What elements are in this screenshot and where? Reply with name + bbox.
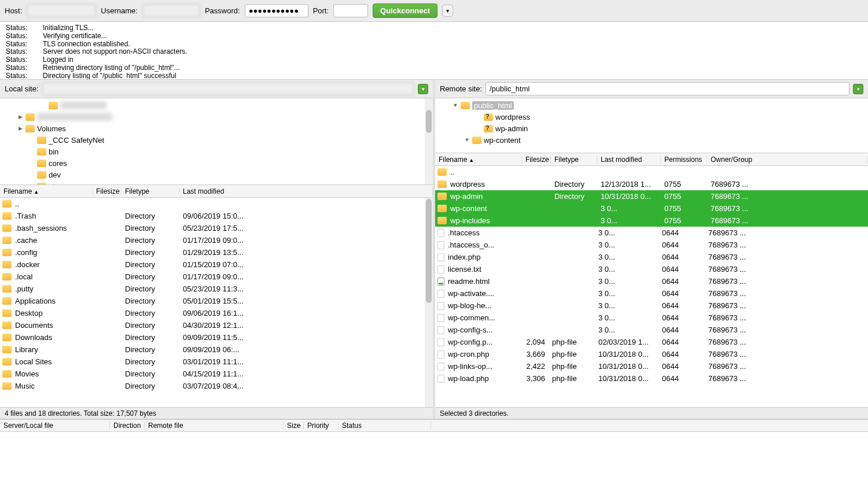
disclosure-icon[interactable]: ▼ — [453, 102, 458, 108]
file-row[interactable]: .cacheDirectory01/17/2019 09:0... — [0, 234, 433, 246]
log-message: TLS connection established. — [43, 40, 130, 49]
file-type: Directory — [122, 285, 179, 293]
tree-item[interactable]: dev — [0, 169, 433, 180]
file-row[interactable]: .. — [0, 198, 433, 210]
queue-body[interactable] — [0, 432, 868, 484]
log-label: Status: — [6, 32, 34, 40]
local-site-input[interactable] — [42, 82, 414, 95]
disclosure-icon[interactable]: ▶ — [17, 125, 23, 131]
folder-icon — [437, 205, 447, 212]
remote-file-list[interactable]: ..wordpressDirectory12/13/2018 1...07557… — [435, 166, 868, 407]
file-row[interactable]: wp-content3 0...07557689673 ... — [435, 202, 868, 215]
file-name: .local — [12, 272, 93, 281]
file-row[interactable]: wp-load.php3,306php-file10/31/2018 0...0… — [435, 372, 868, 385]
disclosure-icon[interactable]: ▶ — [17, 114, 23, 120]
password-input[interactable] — [245, 4, 308, 17]
folder-icon — [484, 125, 493, 132]
tree-item[interactable]: _CCC SafetyNet — [0, 134, 433, 146]
file-row[interactable]: wp-commen...3 0...06447689673 ... — [435, 312, 868, 324]
remote-site-dropdown[interactable]: ▾ — [853, 84, 863, 94]
col-filesize: Filesize — [522, 156, 551, 164]
file-type: php-file — [549, 374, 595, 383]
file-row[interactable]: wordpressDirectory12/13/2018 1...0755768… — [435, 178, 868, 190]
local-list-header[interactable]: Filename▲ Filesize Filetype Last modifie… — [0, 185, 433, 198]
file-name: wordpress — [447, 180, 522, 189]
remote-list-header[interactable]: Filename▲ Filesize Filetype Last modifie… — [435, 153, 868, 166]
quickconnect-dropdown[interactable]: ▾ — [442, 5, 453, 17]
file-owner: 7689673 ... — [705, 374, 868, 383]
file-row[interactable]: .puttyDirectory05/23/2019 11:3... — [0, 283, 433, 295]
file-row[interactable]: .htaccess3 0...06447689673 ... — [435, 227, 868, 239]
local-site-dropdown[interactable]: ▾ — [418, 84, 428, 94]
username-input[interactable] — [142, 4, 200, 17]
file-row[interactable]: .dockerDirectory01/15/2019 07:0... — [0, 258, 433, 271]
file-row[interactable]: wp-adminDirectory10/31/2018 0...07557689… — [435, 190, 868, 202]
file-row[interactable]: .configDirectory01/29/2019 13:5... — [0, 246, 433, 258]
file-row[interactable]: .. — [435, 166, 868, 178]
file-row[interactable]: license.txt3 0...06447689673 ... — [435, 263, 868, 275]
tree-item[interactable]: ▶Volumes — [0, 123, 433, 134]
tree-item[interactable]: cores — [0, 157, 433, 169]
file-row[interactable]: wp-cron.php3,669php-file10/31/2018 0...0… — [435, 348, 868, 360]
file-row[interactable]: wp-config-s...3 0...06447689673 ... — [435, 324, 868, 336]
file-modified: 01/29/2019 13:5... — [179, 248, 433, 257]
file-row[interactable]: wp-activate....3 0...06447689673 ... — [435, 287, 868, 300]
quickconnect-button[interactable]: Quickconnect — [373, 3, 437, 18]
file-row[interactable]: readme.html3 0...06447689673 ... — [435, 275, 868, 287]
tree-item[interactable]: ▼wp-content — [435, 134, 868, 146]
file-row[interactable]: wp-blog-he...3 0...06447689673 ... — [435, 300, 868, 312]
file-name: Downloads — [12, 333, 93, 342]
file-row[interactable]: DocumentsDirectory04/30/2019 12:1... — [0, 319, 433, 331]
file-name: wp-config.p... — [444, 338, 520, 346]
username-label: Username: — [101, 6, 138, 15]
local-file-list[interactable]: ...TrashDirectory09/06/2019 15:0....bash… — [0, 198, 433, 407]
folder-icon — [37, 160, 46, 167]
tree-label: bin — [49, 147, 58, 156]
tree-item[interactable]: wordpress — [435, 111, 868, 123]
scrollbar[interactable] — [425, 98, 433, 184]
folder-icon — [49, 102, 58, 109]
file-icon — [437, 314, 444, 322]
file-row[interactable]: index.php3 0...06447689673 ... — [435, 251, 868, 263]
tree-item[interactable]: ▼public_html — [435, 99, 868, 111]
qcol-priority: Priority — [304, 422, 339, 430]
file-row[interactable]: ApplicationsDirectory05/01/2019 15:5... — [0, 295, 433, 307]
file-row[interactable]: wp-includes3 0...07557689673 ... — [435, 215, 868, 227]
file-modified: 09/09/2019 06:... — [179, 345, 433, 354]
file-modified: 01/17/2019 09:0... — [179, 236, 433, 245]
file-row[interactable]: wp-links-op...2,422php-file10/31/2018 0.… — [435, 360, 868, 372]
file-row[interactable]: .TrashDirectory09/06/2019 15:0... — [0, 210, 433, 222]
file-row[interactable]: DesktopDirectory09/06/2019 16:1... — [0, 307, 433, 319]
tree-label: _CCC SafetyNet — [49, 136, 104, 145]
file-name: .config — [12, 248, 93, 257]
connection-toolbar: Host: Username: Password: Port: Quickcon… — [0, 0, 868, 22]
tree-item[interactable]: etc — [0, 180, 433, 185]
file-row[interactable]: LibraryDirectory09/09/2019 06:... — [0, 343, 433, 356]
tree-item[interactable]: bin — [0, 146, 433, 157]
scrollbar[interactable] — [425, 198, 433, 407]
file-row[interactable]: MoviesDirectory04/15/2019 11:1... — [0, 368, 433, 380]
file-permissions: 0644 — [659, 241, 705, 249]
file-row[interactable]: DownloadsDirectory09/09/2019 11:5... — [0, 331, 433, 343]
file-row[interactable]: wp-config.p...2,094php-file02/03/2019 1.… — [435, 336, 868, 348]
file-row[interactable]: .localDirectory01/17/2019 09:0... — [0, 271, 433, 283]
file-row[interactable]: Local SitesDirectory03/01/2019 11:1... — [0, 356, 433, 368]
file-modified: 10/31/2018 0... — [595, 374, 659, 383]
host-input[interactable] — [27, 4, 96, 17]
port-input[interactable] — [333, 4, 368, 17]
tree-item[interactable] — [0, 99, 433, 111]
tree-item[interactable]: ▶ — [0, 111, 433, 123]
remote-site-input[interactable] — [486, 82, 849, 95]
file-row[interactable]: MusicDirectory03/07/2019 08:4... — [0, 380, 433, 392]
file-name: wp-admin — [447, 192, 522, 201]
queue-header[interactable]: Server/Local file Direction Remote file … — [0, 419, 868, 432]
tree-item[interactable]: wp-admin — [435, 123, 868, 134]
file-row[interactable]: .bash_sessionsDirectory05/23/2019 17:5..… — [0, 222, 433, 234]
log-label: Status: — [6, 48, 34, 56]
col-owner: Owner/Group — [707, 156, 868, 164]
local-tree[interactable]: ▶ ▶Volumes_CCC SafetyNetbincoresdevetc — [0, 98, 433, 185]
file-modified: 3 0... — [595, 301, 659, 310]
file-row[interactable]: .htaccess_o...3 0...06447689673 ... — [435, 239, 868, 251]
remote-tree[interactable]: ▼public_htmlwordpresswp-admin▼wp-content — [435, 98, 868, 153]
disclosure-icon[interactable]: ▼ — [464, 137, 470, 143]
